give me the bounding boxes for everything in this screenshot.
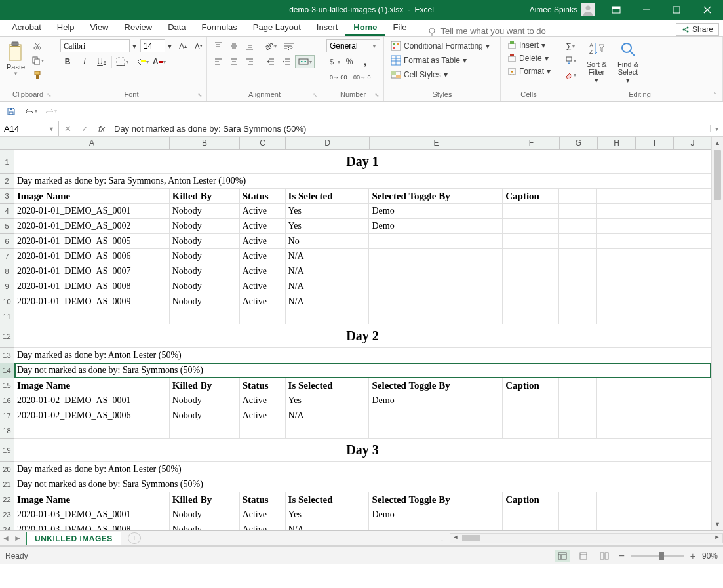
- merged-cell[interactable]: Day marked as done by: Anton Lester (50%…: [14, 348, 711, 363]
- cell[interactable]: [503, 219, 559, 234]
- row-header[interactable]: 9: [0, 279, 14, 294]
- cell[interactable]: Nobody: [170, 522, 240, 530]
- zoom-slider[interactable]: [631, 555, 684, 557]
- cell[interactable]: [635, 393, 673, 408]
- cell[interactable]: [559, 309, 597, 324]
- redo-button[interactable]: ▾: [43, 105, 58, 118]
- expand-formula-bar-button[interactable]: ▾: [710, 125, 723, 132]
- dialog-launcher-icon[interactable]: ⤡: [374, 92, 380, 98]
- cell[interactable]: [597, 492, 635, 507]
- cell[interactable]: Active: [240, 264, 286, 279]
- format-as-table-button[interactable]: Format as Table▾: [388, 54, 492, 67]
- cell[interactable]: [597, 264, 635, 279]
- cell[interactable]: [503, 249, 559, 264]
- column-header-H[interactable]: H: [598, 137, 636, 149]
- row-header[interactable]: 6: [0, 234, 14, 249]
- row-header[interactable]: 11: [0, 309, 14, 324]
- cell[interactable]: [635, 423, 673, 439]
- save-button[interactable]: [4, 105, 18, 118]
- worksheet-grid[interactable]: ABCDEFGHIJ 1Day 12Day marked as done by:…: [0, 137, 723, 530]
- dialog-launcher-icon[interactable]: ⤡: [197, 92, 203, 98]
- cell[interactable]: [597, 189, 635, 204]
- cell[interactable]: Yes: [286, 219, 370, 234]
- cell[interactable]: [635, 378, 673, 393]
- tab-nav-next[interactable]: ►: [12, 534, 24, 543]
- cell[interactable]: Selected Toggle By: [369, 378, 503, 393]
- enter-formula-button[interactable]: ✓: [76, 124, 93, 134]
- align-center-button[interactable]: [227, 55, 241, 68]
- collapse-ribbon-icon[interactable]: ˆ: [714, 92, 716, 98]
- row-header[interactable]: 13: [0, 348, 14, 363]
- menu-insert[interactable]: Insert: [309, 20, 346, 36]
- row-header[interactable]: 7: [0, 249, 14, 264]
- cell[interactable]: [673, 279, 711, 294]
- scrollbar-thumb[interactable]: [714, 150, 721, 200]
- cell[interactable]: Is Selected: [286, 189, 370, 204]
- cell[interactable]: Nobody: [170, 393, 240, 408]
- cell[interactable]: [635, 507, 673, 522]
- menu-view[interactable]: View: [83, 20, 117, 36]
- column-header-G[interactable]: G: [560, 137, 598, 149]
- row-header[interactable]: 12: [0, 324, 14, 348]
- ribbon-display-options[interactable]: [601, 0, 631, 20]
- cell[interactable]: [673, 393, 711, 408]
- align-top-button[interactable]: [211, 39, 225, 52]
- cell[interactable]: 2020-01-01_DEMO_AS_0005: [14, 234, 170, 249]
- cell[interactable]: Image Name: [14, 189, 170, 204]
- normal-view-button[interactable]: [555, 550, 570, 562]
- cancel-formula-button[interactable]: ✕: [59, 124, 76, 134]
- cell[interactable]: [673, 294, 711, 309]
- cell[interactable]: [559, 408, 597, 423]
- cell[interactable]: [673, 492, 711, 507]
- cell[interactable]: [635, 279, 673, 294]
- cell[interactable]: [673, 219, 711, 234]
- font-color-button[interactable]: A▾: [152, 55, 166, 68]
- cell[interactable]: [673, 522, 711, 530]
- select-all-corner[interactable]: [0, 137, 14, 149]
- fill-color-button[interactable]: ▾: [135, 55, 149, 68]
- chevron-down-icon[interactable]: ▾: [165, 39, 174, 52]
- account-user[interactable]: Aimee Spinks: [523, 3, 601, 16]
- cell[interactable]: Status: [240, 189, 286, 204]
- row-header[interactable]: 19: [0, 439, 14, 462]
- scroll-right-button[interactable]: ►: [712, 534, 722, 543]
- menu-data[interactable]: Data: [160, 20, 193, 36]
- zoom-out-button[interactable]: −: [618, 550, 624, 562]
- cell[interactable]: [559, 378, 597, 393]
- cell[interactable]: [673, 309, 711, 324]
- cell[interactable]: Status: [240, 492, 286, 507]
- cell[interactable]: [597, 219, 635, 234]
- cell[interactable]: [635, 204, 673, 219]
- font-name-combo[interactable]: ▾: [60, 39, 139, 52]
- cell[interactable]: [597, 249, 635, 264]
- cell[interactable]: [286, 423, 370, 439]
- wrap-text-button[interactable]: [279, 39, 299, 52]
- increase-indent-button[interactable]: [279, 55, 294, 68]
- cell[interactable]: 2020-01-01_DEMO_AS_0007: [14, 264, 170, 279]
- row-header[interactable]: 8: [0, 264, 14, 279]
- cell[interactable]: Nobody: [170, 264, 240, 279]
- cell[interactable]: Yes: [286, 507, 370, 522]
- cell[interactable]: [369, 264, 503, 279]
- cell[interactable]: [559, 492, 597, 507]
- menu-acrobat[interactable]: Acrobat: [4, 20, 49, 36]
- cell[interactable]: [597, 204, 635, 219]
- align-left-button[interactable]: [211, 55, 225, 68]
- cell[interactable]: [635, 249, 673, 264]
- cell[interactable]: N/A: [286, 522, 370, 530]
- merge-center-button[interactable]: ▾: [295, 55, 315, 68]
- row-header[interactable]: 3: [0, 189, 14, 204]
- horizontal-scrollbar[interactable]: ◄ ►: [450, 533, 723, 543]
- row-header[interactable]: 17: [0, 408, 14, 423]
- cell[interactable]: [635, 294, 673, 309]
- cell[interactable]: [369, 294, 503, 309]
- cell[interactable]: [14, 423, 170, 439]
- row-header[interactable]: 1: [0, 150, 14, 174]
- cell[interactable]: Active: [240, 204, 286, 219]
- scrollbar-thumb[interactable]: [462, 535, 480, 541]
- cell[interactable]: Nobody: [170, 249, 240, 264]
- cell[interactable]: [503, 393, 559, 408]
- cell[interactable]: [503, 294, 559, 309]
- tab-nav-prev[interactable]: ◄: [0, 534, 12, 543]
- cell[interactable]: Demo: [369, 507, 503, 522]
